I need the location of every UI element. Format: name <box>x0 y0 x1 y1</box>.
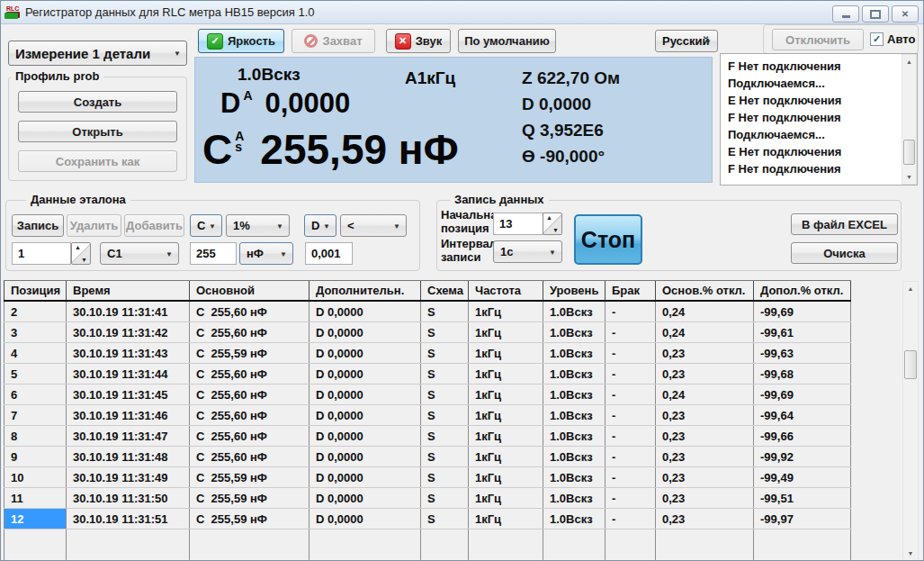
table-row[interactable]: 530.10.19 11:31:44C 255,60 нФD 0,0000S1к… <box>4 364 851 385</box>
table-row[interactable]: 1030.10.19 11:31:49C 255,59 нФD 0,0000S1… <box>4 467 851 488</box>
table-row[interactable]: 1130.10.19 11:31:50C 255,59 нФD 0,0000S1… <box>4 488 851 509</box>
column-header[interactable]: Позиция <box>4 281 67 300</box>
table-scroll-thumb[interactable] <box>904 350 917 379</box>
table-cell[interactable]: D 0,0000 <box>309 385 421 404</box>
etalon-comparator-select[interactable]: <▼ <box>340 214 407 237</box>
table-cell[interactable]: S <box>421 322 469 342</box>
scroll-up-icon[interactable]: ▲ <box>902 55 916 68</box>
table-cell[interactable]: C 255,60 нФ <box>190 447 309 466</box>
table-cell[interactable]: 2 <box>4 302 67 321</box>
table-cell[interactable]: 0,24 <box>656 322 754 342</box>
etalon-tolerance-select[interactable]: 1%▼ <box>226 214 290 237</box>
table-cell[interactable]: 1.0Вскз <box>543 488 606 508</box>
table-cell[interactable]: 1кГц <box>469 405 543 425</box>
table-cell[interactable]: -99,69 <box>754 302 851 321</box>
column-header[interactable]: Время <box>67 281 190 300</box>
table-cell[interactable]: C 255,60 нФ <box>190 302 309 321</box>
table-cell[interactable]: 4 <box>4 343 67 363</box>
table-cell[interactable]: C 255,60 нФ <box>190 426 309 446</box>
table-cell[interactable]: 30.10.19 11:31:51 <box>67 509 190 529</box>
table-cell[interactable]: C 255,60 нФ <box>190 385 309 404</box>
table-cell[interactable]: - <box>606 385 656 404</box>
scroll-down-icon[interactable]: ▼ <box>903 547 918 560</box>
table-cell[interactable]: -99,69 <box>754 385 851 404</box>
table-cell[interactable]: 0,24 <box>656 302 754 321</box>
table-scrollbar[interactable]: ▲ ▼ <box>902 281 919 561</box>
table-cell[interactable]: S <box>421 343 469 363</box>
table-cell[interactable]: 0,23 <box>656 488 754 508</box>
table-cell[interactable]: 1кГц <box>469 343 543 363</box>
etalon-limit-input[interactable]: 0,001 <box>305 242 353 265</box>
table-cell[interactable]: 0,23 <box>656 447 754 466</box>
measurement-mode-select[interactable]: Измерение 1 детали ▼ <box>8 41 187 66</box>
table-cell[interactable]: 0,24 <box>656 385 754 404</box>
log-scrollbar[interactable]: ▲ ▼ <box>902 54 917 185</box>
table-cell[interactable]: -99,66 <box>754 426 851 446</box>
table-cell[interactable]: -99,51 <box>754 488 851 508</box>
table-cell[interactable]: D 0,0000 <box>309 322 421 342</box>
minimize-button[interactable] <box>832 5 859 23</box>
table-cell[interactable]: C 255,59 нФ <box>190 488 309 508</box>
table-cell[interactable]: S <box>421 426 469 446</box>
etalon-record-button[interactable]: Запись <box>12 214 64 237</box>
table-cell[interactable]: 1кГц <box>469 322 543 342</box>
etalon-name-select[interactable]: C1▼ <box>100 242 179 265</box>
table-cell[interactable]: D 0,0000 <box>309 343 421 363</box>
table-cell[interactable]: 1.0Вскз <box>543 385 606 404</box>
etalon-param-select[interactable]: C▼ <box>190 214 222 237</box>
table-cell[interactable]: C 255,60 нФ <box>190 322 309 342</box>
table-cell[interactable]: S <box>421 488 469 508</box>
table-cell[interactable]: -99,68 <box>754 364 851 384</box>
table-cell[interactable]: 30.10.19 11:31:41 <box>67 302 190 321</box>
table-cell[interactable]: S <box>421 467 469 487</box>
table-cell[interactable]: 10 <box>4 467 67 487</box>
auto-checkbox[interactable]: ✓ Авто <box>870 32 915 46</box>
table-cell[interactable]: -99,64 <box>754 405 851 425</box>
start-position-input[interactable]: 13 <box>493 213 543 235</box>
table-cell[interactable]: 0,23 <box>656 426 754 446</box>
language-select[interactable]: Русский ▼ <box>655 30 718 52</box>
table-cell[interactable]: 1.0Вскз <box>543 343 606 363</box>
table-cell[interactable]: 30.10.19 11:31:46 <box>67 405 190 425</box>
table-cell[interactable]: S <box>421 405 469 425</box>
etalon-param2-select[interactable]: D▼ <box>304 214 336 237</box>
table-cell[interactable]: -99,61 <box>754 322 851 342</box>
table-cell[interactable]: 30.10.19 11:31:45 <box>67 385 190 404</box>
table-cell[interactable]: 8 <box>4 426 67 446</box>
table-cell[interactable]: 1кГц <box>469 447 543 466</box>
table-row[interactable]: 330.10.19 11:31:42C 255,60 нФD 0,0000S1к… <box>4 322 851 343</box>
interval-select[interactable]: 1с▼ <box>493 240 562 263</box>
table-row[interactable]: 830.10.19 11:31:47C 255,60 нФD 0,0000S1к… <box>4 426 851 447</box>
start-position-spinner[interactable]: ▲ ▼ <box>543 213 562 235</box>
column-header[interactable]: Допол.% откл. <box>754 281 851 300</box>
table-cell[interactable]: - <box>606 426 656 446</box>
etalon-position-input[interactable]: 1 <box>12 242 71 265</box>
table-cell[interactable]: C 255,59 нФ <box>190 467 309 487</box>
table-cell[interactable]: D 0,0000 <box>309 467 421 487</box>
table-cell[interactable]: 1.0Вскз <box>543 509 606 529</box>
table-cell[interactable]: - <box>606 302 656 321</box>
maximize-button[interactable] <box>862 5 889 23</box>
table-cell[interactable]: 1кГц <box>469 426 543 446</box>
etalon-nominal-input[interactable]: 255 <box>190 242 237 265</box>
table-cell[interactable]: - <box>606 447 656 466</box>
table-cell[interactable]: 0,23 <box>656 509 754 529</box>
clear-button[interactable]: Очиска <box>791 242 898 264</box>
table-cell[interactable]: D 0,0000 <box>309 509 421 529</box>
table-cell[interactable]: - <box>606 488 656 508</box>
table-cell[interactable]: 1.0Вскз <box>543 322 606 342</box>
table-cell[interactable]: 1кГц <box>469 509 543 529</box>
table-cell[interactable]: 5 <box>4 364 67 384</box>
scroll-up-icon[interactable]: ▲ <box>903 282 918 295</box>
column-header[interactable]: Дополнительн. <box>309 281 421 300</box>
table-cell[interactable]: D 0,0000 <box>309 405 421 425</box>
table-cell[interactable]: 30.10.19 11:31:47 <box>67 426 190 446</box>
column-header[interactable]: Основной <box>190 281 309 300</box>
table-cell[interactable]: 0,23 <box>656 405 754 425</box>
table-cell[interactable]: 9 <box>4 447 67 466</box>
table-cell[interactable]: - <box>606 322 656 342</box>
table-cell[interactable]: C 255,59 нФ <box>190 343 309 363</box>
column-header[interactable]: Основ.% откл. <box>656 281 754 300</box>
table-cell[interactable]: 30.10.19 11:31:42 <box>67 322 190 342</box>
table-cell[interactable]: 3 <box>4 322 67 342</box>
